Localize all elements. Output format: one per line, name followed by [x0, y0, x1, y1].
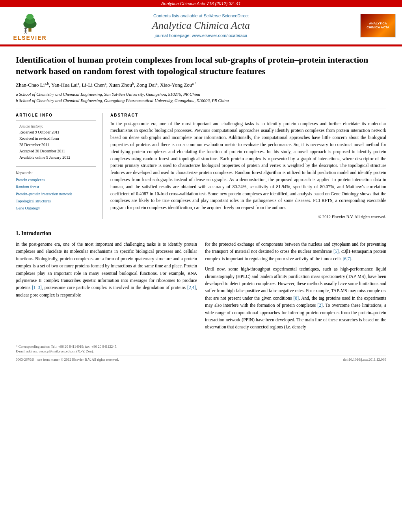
- author-xiao-yong-zou: Xiao-Yong Zou: [160, 82, 192, 88]
- date-accepted: Accepted 30 December 2011: [19, 148, 93, 154]
- body-para2-right: Until now, some high-throughput experime…: [205, 265, 386, 331]
- affiliation-b: b School of Chemistry and Chemical Engin…: [16, 97, 386, 104]
- footer-bottom: 0003-2670/$ – see front matter © 2012 El…: [16, 356, 386, 361]
- keyword-3: Protein–protein interaction network: [16, 191, 96, 198]
- svg-point-4: [24, 27, 27, 30]
- elsevier-label: ELSEVIER: [13, 35, 47, 41]
- date-received: Received 9 October 2011: [19, 129, 93, 135]
- author-zong-dai: Zong Dai: [136, 82, 156, 88]
- copyright-line: © 2012 Elsevier B.V. All rights reserved…: [110, 215, 386, 219]
- keyword-2: Random forest: [16, 184, 96, 191]
- keywords-list: Protein complexes Random forest Protein–…: [16, 176, 96, 212]
- article-info-column: ARTICLE INFO Article history: Received 9…: [16, 113, 102, 219]
- cite-5: [5]: [333, 249, 339, 254]
- date-revised: 28 December 2011: [19, 142, 93, 148]
- author-zhan-chao-li: Zhan-Chao Li: [16, 82, 45, 88]
- issn-line: 0003-2670/$ – see front matter © 2012 El…: [16, 358, 119, 361]
- email-line: E-mail address: ceszxy@mail.sysu.edu.cn …: [16, 349, 386, 353]
- affiliations: a School of Chemistry and Chemical Engin…: [16, 91, 386, 104]
- article-title: Identification of human protein complexe…: [16, 54, 386, 77]
- article-content: Identification of human protein complexe…: [0, 46, 402, 369]
- aca-logo-text: ANALYTICA CHIMICA ACTA: [367, 22, 389, 29]
- section1-number: 1.: [16, 230, 20, 236]
- section1-title: 1. Introduction: [16, 230, 386, 237]
- journal-title-header: Analytica Chimica Acta: [54, 20, 348, 32]
- keywords-section: Keywords: Protein complexes Random fores…: [16, 171, 96, 212]
- date-online: Available online 9 January 2012: [19, 154, 93, 161]
- journal-top-bar: Analytica Chimica Acta 718 (2012) 32–41: [0, 0, 402, 7]
- sciverse-line: Contents lists available at SciVerse Sci…: [54, 13, 348, 18]
- svg-point-3: [26, 14, 34, 20]
- body-section: 1. Introduction In the post-genome era, …: [16, 227, 386, 334]
- author-sup-f: a,*: [192, 82, 196, 85]
- keyword-4: Topological structures: [16, 198, 96, 205]
- sciverse-prefix: Contents lists available at: [153, 13, 203, 18]
- author-sup-d: b: [132, 82, 134, 85]
- keyword-5: Gene Ontology: [16, 205, 96, 212]
- author-sup-c: a: [105, 82, 106, 85]
- journal-citation: Analytica Chimica Acta 718 (2012) 32–41: [161, 1, 241, 6]
- article-info-header: ARTICLE INFO: [16, 113, 96, 117]
- journal-center: Contents lists available at SciVerse Sci…: [54, 13, 348, 38]
- svg-line-9: [26, 32, 27, 33]
- article-info-box: Article history: Received 9 October 2011…: [16, 120, 96, 167]
- body-right-col: for the protected exchange of components…: [205, 241, 386, 334]
- cite-8: [8]: [294, 296, 299, 300]
- journal-homepage: journal homepage: www.elsevier.com/locat…: [54, 33, 348, 38]
- cite-2-4: [2,4]: [187, 285, 196, 290]
- journal-header: Analytica Chimica Acta 718 (2012) 32–41 …: [0, 0, 402, 46]
- abstract-text: In the post-genomic era, one of the most…: [110, 120, 386, 212]
- red-divider: [0, 44, 402, 46]
- author-sup-b: a: [78, 82, 79, 85]
- homepage-link[interactable]: www.elsevier.com/locate/aca: [192, 33, 248, 38]
- aca-logo-box: ANALYTICA CHIMICA ACTA: [360, 14, 396, 37]
- author-li-li-chen: Li-Li Chen: [82, 82, 105, 88]
- history-label: Article history:: [19, 124, 93, 128]
- corresponding-note: * Corresponding author. Tel.: +86 20 841…: [16, 345, 386, 348]
- body-left-col: In the post-genome era, one of the most …: [16, 241, 197, 334]
- homepage-prefix: journal homepage:: [155, 33, 191, 38]
- section1-label: Introduction: [21, 230, 51, 236]
- author-xuan-zhou: Xuan Zhou: [109, 82, 132, 88]
- page-footer: * Corresponding author. Tel.: +86 20 841…: [16, 342, 386, 361]
- elsevier-logo: ELSEVIER: [6, 10, 54, 41]
- cite-1-3: [1–3]: [32, 285, 42, 290]
- sciverse-link[interactable]: SciVerse ScienceDirect: [204, 13, 249, 18]
- info-dates: Received 9 October 2011 Received in revi…: [19, 129, 93, 161]
- body-divider: [16, 227, 386, 227]
- body-para1-right: for the protected exchange of components…: [205, 241, 386, 262]
- date-revised-label: Received in revised form: [19, 135, 93, 142]
- elsevier-tree-icon: [14, 10, 46, 34]
- affiliation-a: a School of Chemistry and Chemical Engin…: [16, 91, 386, 98]
- author-yan-hua-lai: Yan-Hua Lai: [51, 82, 78, 88]
- journal-logo-right: ANALYTICA CHIMICA ACTA: [348, 14, 396, 37]
- article-info-abstract: ARTICLE INFO Article history: Received 9…: [16, 113, 386, 219]
- abstract-header: ABSTRACT: [110, 113, 386, 117]
- abstract-column: ABSTRACT In the post-genomic era, one of…: [110, 113, 386, 219]
- authors-line: Zhan-Chao Lia,b, Yan-Hua Laia, Li-Li Che…: [16, 82, 386, 88]
- cite-2: [2]: [317, 303, 322, 308]
- author-sup-e: a: [156, 82, 157, 85]
- body-two-col: In the post-genome era, one of the most …: [16, 241, 386, 334]
- journal-middle: ELSEVIER Contents lists available at Sci…: [0, 7, 402, 44]
- keyword-1: Protein complexes: [16, 176, 96, 184]
- doi-line: doi:10.1016/j.aca.2011.12.069: [343, 358, 386, 361]
- author-sup-a: a,b: [45, 82, 49, 85]
- keywords-label: Keywords:: [16, 171, 96, 175]
- cite-6-7: [6,7]: [342, 256, 351, 261]
- body-para1: In the post-genome era, one of the most …: [16, 241, 197, 298]
- title-divider: [16, 109, 386, 109]
